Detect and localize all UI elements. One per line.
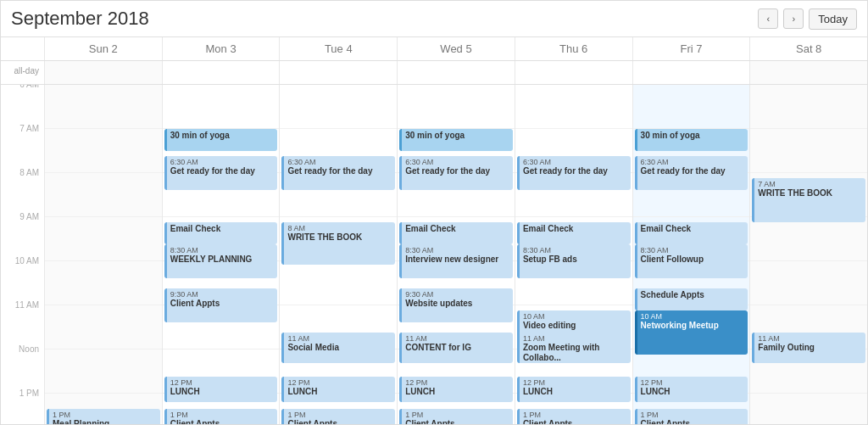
calendar-event[interactable]: 6:30 AMGet ready for the day xyxy=(164,156,278,190)
calendar-event[interactable]: 9:30 AMWebsite updates xyxy=(399,288,513,322)
calendar-event[interactable]: 30 min of yoga xyxy=(164,129,278,151)
calendar-event[interactable]: Email Check xyxy=(635,222,748,244)
next-button[interactable]: › xyxy=(783,8,804,29)
event-title: Email Check xyxy=(170,224,275,234)
event-time: 11 AM xyxy=(405,334,509,343)
event-time: 12 PM xyxy=(170,378,275,387)
event-title: 30 min of yoga xyxy=(170,131,275,141)
calendar-event[interactable]: 6:30 AMGet ready for the day xyxy=(399,156,513,190)
calendar-event[interactable]: 1 PMClient Appts xyxy=(635,409,748,424)
event-time: 7 AM xyxy=(758,180,862,188)
gutter-header xyxy=(1,37,45,60)
event-time: 1 PM xyxy=(53,411,157,419)
event-time: 6:30 AM xyxy=(523,158,627,166)
event-title: LUNCH xyxy=(287,387,392,397)
day-header-thu: Thu 6 xyxy=(515,37,633,60)
day-col-sat: 7 AMWRITE THE BOOK11 AMFamily Outing xyxy=(750,85,867,424)
calendar-event[interactable]: 1 PMMeal Planning xyxy=(47,409,160,424)
event-title: Schedule Appts xyxy=(641,290,745,300)
event-title: LUNCH xyxy=(405,387,509,397)
calendar-event[interactable]: 1 PMClient Appts xyxy=(517,409,631,424)
calendar-event[interactable]: 11 AMCONTENT for IG xyxy=(399,333,513,363)
event-time: 1 PM xyxy=(641,411,745,419)
calendar-event[interactable]: 8 AMWRITE THE BOOK xyxy=(281,222,395,265)
calendar-event[interactable]: 12 PMLUNCH xyxy=(399,377,513,402)
calendar-event[interactable]: 8:30 AMClient Followup xyxy=(635,244,748,278)
event-time: 11 AM xyxy=(758,334,862,343)
calendar-event[interactable]: Email Check xyxy=(399,222,513,244)
calendar-event[interactable]: 6:30 AMGet ready for the day xyxy=(281,156,395,190)
event-time: 8 AM xyxy=(287,224,392,232)
event-title: Website updates xyxy=(405,299,509,309)
day-col-sun: 1 PMMeal Planning2 PMGrocery shopping xyxy=(45,85,163,424)
day-header-tue: Tue 4 xyxy=(280,37,398,60)
event-time: 10 AM xyxy=(523,312,627,321)
event-time: 12 PM xyxy=(287,378,392,387)
calendar-event[interactable]: 9:30 AMClient Appts xyxy=(164,288,278,322)
event-title: Client Appts xyxy=(170,299,275,309)
event-time: 6:30 AM xyxy=(405,158,509,166)
event-title: Client Appts xyxy=(170,419,275,424)
event-time: 9:30 AM xyxy=(170,290,275,299)
event-time: 1 PM xyxy=(170,411,275,419)
event-time: 9:30 AM xyxy=(405,290,509,299)
allday-sat xyxy=(750,61,867,84)
calendar-event[interactable]: 12 PMLUNCH xyxy=(635,377,748,402)
day-headers-row: Sun 2 Mon 3 Tue 4 Wed 5 Thu 6 Fri 7 Sat … xyxy=(1,37,867,61)
allday-tue xyxy=(280,61,398,84)
calendar-event[interactable]: 7 AMWRITE THE BOOK xyxy=(752,178,865,222)
month-year-title: September 2018 xyxy=(11,8,758,30)
event-title: LUNCH xyxy=(170,387,275,397)
calendar-event[interactable]: 11 AMFamily Outing xyxy=(752,333,865,363)
calendar-event[interactable]: 11 AMZoom Meeting with Collabo... xyxy=(517,333,631,363)
days-grid: 1 PMMeal Planning2 PMGrocery shopping 30… xyxy=(45,85,867,424)
event-title: Video editing xyxy=(523,321,627,331)
calendar-event[interactable]: 11 AMSocial Media xyxy=(281,333,395,363)
calendar-event[interactable]: 10 AMNetworking Meetup xyxy=(635,310,748,355)
nav-controls: ‹ › Today xyxy=(758,8,857,30)
event-title: Setup FB ads xyxy=(523,254,627,265)
event-time: 1 PM xyxy=(523,411,627,419)
hour-label-10am: 10 AM xyxy=(1,256,44,300)
day-header-fri: Fri 7 xyxy=(633,37,751,60)
calendar-event[interactable]: 6:30 AMGet ready for the day xyxy=(517,156,631,190)
event-title: Interview new designer xyxy=(405,254,509,265)
allday-mon xyxy=(163,61,281,84)
calendar-event[interactable]: 12 PMLUNCH xyxy=(517,377,631,402)
prev-button[interactable]: ‹ xyxy=(758,8,778,29)
calendar-header: September 2018 ‹ › Today xyxy=(1,1,867,37)
event-title: 30 min of yoga xyxy=(641,131,745,141)
calendar-event[interactable]: 1 PMClient Appts xyxy=(281,409,395,424)
event-title: Client Appts xyxy=(405,419,509,424)
event-title: Get ready for the day xyxy=(287,166,392,176)
event-time: 12 PM xyxy=(641,378,745,387)
calendar-event[interactable]: Email Check xyxy=(517,222,631,244)
hour-label-1pm: 1 PM xyxy=(1,389,44,424)
calendar-event[interactable]: 30 min of yoga xyxy=(635,129,748,151)
day-col-wed: 30 min of yoga6:30 AMGet ready for the d… xyxy=(398,85,515,424)
calendar-event[interactable]: 1 PMClient Appts xyxy=(399,409,513,424)
event-title: Email Check xyxy=(405,224,509,234)
event-time: 11 AM xyxy=(523,334,627,343)
calendar-event[interactable]: 12 PMLUNCH xyxy=(281,377,395,402)
calendar-event[interactable]: 30 min of yoga xyxy=(399,129,513,151)
calendar-event[interactable]: 8:30 AMInterview new designer xyxy=(399,244,513,278)
calendar-event[interactable]: 8:30 AMSetup FB ads xyxy=(517,244,631,278)
event-title: 30 min of yoga xyxy=(405,131,509,141)
calendar-event[interactable]: 8:30 AMWEEKLY PLANNING xyxy=(164,244,278,278)
calendar-event[interactable]: 1 PMClient Appts xyxy=(164,409,278,424)
hour-label-6am: 6 AM xyxy=(1,85,44,124)
event-title: Client Appts xyxy=(523,419,627,424)
calendar-event[interactable]: 12 PMLUNCH xyxy=(164,377,278,402)
calendar-event[interactable]: 6:30 AMGet ready for the day xyxy=(635,156,748,190)
event-time: 11 AM xyxy=(287,334,392,343)
event-title: LUNCH xyxy=(641,387,745,397)
day-header-wed: Wed 5 xyxy=(398,37,515,60)
today-button[interactable]: Today xyxy=(809,8,857,30)
day-col-tue: 6:30 AMGet ready for the day8 AMWRITE TH… xyxy=(280,85,398,424)
calendar-event[interactable]: Email Check xyxy=(164,222,278,244)
event-time: 8:30 AM xyxy=(641,246,745,254)
calendar-event[interactable]: Schedule Appts xyxy=(635,288,748,310)
time-grid: 6 AM 7 AM 8 AM 9 AM 10 AM 11 AM Noon 1 P… xyxy=(1,85,867,424)
event-title: Social Media xyxy=(287,343,392,353)
